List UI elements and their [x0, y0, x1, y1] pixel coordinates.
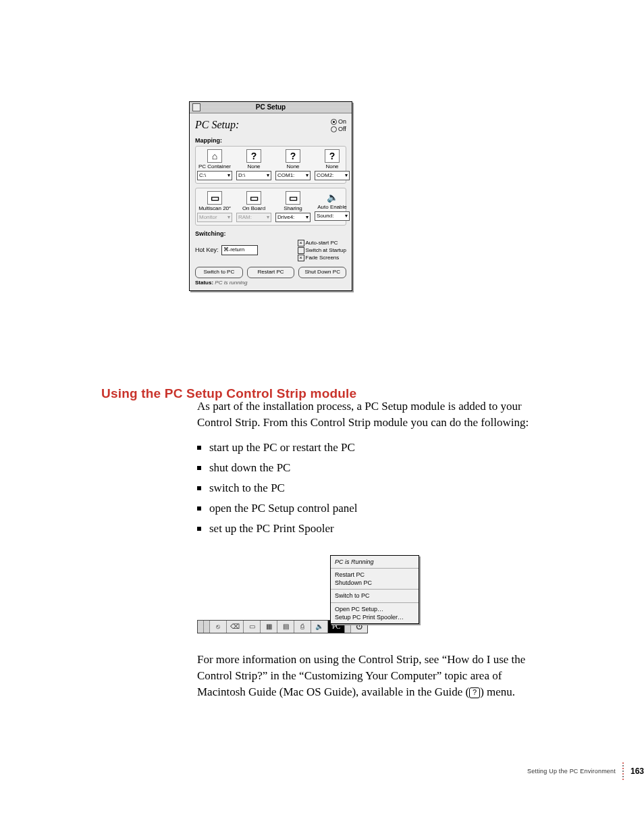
status-label: Status:	[195, 280, 213, 286]
sharing-icon: ▭	[286, 191, 300, 205]
closing-paragraph: For more information on using the Contro…	[197, 652, 541, 700]
dialog-title: PC Setup	[190, 102, 352, 113]
map-label: On Board	[242, 205, 265, 212]
footer-dots-icon	[622, 762, 624, 780]
hotkey-label: Hot Key:	[195, 246, 219, 254]
cs-tab-left[interactable]	[198, 621, 204, 633]
guide-icon: ?	[469, 687, 480, 698]
map-com1: ? None COM1:▾	[275, 149, 311, 180]
switch-to-pc-button[interactable]: Switch to PC	[195, 267, 243, 278]
popup-setup-print-spooler[interactable]: Setup PC Print Spooler…	[335, 613, 414, 621]
control-strip-popup: PC is Running Restart PC Shutdown PC Swi…	[330, 555, 419, 624]
question-icon: ?	[246, 149, 261, 163]
popup-restart-pc[interactable]: Restart PC	[335, 571, 414, 579]
monitor-icon: ▭	[207, 191, 222, 205]
mapping-row-2: ▭ Multiscan 20″ Monitor▾ ▭ On Board RAM:…	[195, 188, 346, 226]
radio-on[interactable]: On	[331, 118, 346, 126]
map-select-sharing[interactable]: Drive4:▾	[275, 213, 311, 222]
mapping-label: Mapping:	[195, 136, 346, 145]
list-item: open the PC Setup control panel	[197, 498, 541, 519]
cs-module[interactable]: ▦	[261, 621, 277, 633]
map-label: Multiscan 20″	[198, 205, 231, 212]
map-select-sound[interactable]: Sound:▾	[315, 211, 350, 221]
map-label: PC Container	[198, 163, 231, 170]
check-autostart[interactable]: ×Auto-start PC	[298, 239, 346, 246]
question-icon: ?	[286, 149, 300, 163]
list-item: set up the PC Print Spooler	[197, 519, 541, 539]
restart-pc-button[interactable]: Restart PC	[247, 267, 295, 278]
status-line: Status: PC is running	[195, 278, 346, 287]
map-select-ram[interactable]: RAM:▾	[236, 213, 271, 222]
cs-module[interactable]: ▤	[277, 621, 294, 633]
list-item: shut down the PC	[197, 458, 541, 478]
list-item: switch to the PC	[197, 478, 541, 498]
cs-module[interactable]: ⎙	[294, 621, 311, 633]
cs-module[interactable]: ▭	[244, 621, 261, 633]
map-com2: ? None COM2:▾	[315, 149, 350, 180]
page-number: 163	[630, 766, 644, 777]
map-label: Sharing	[284, 205, 302, 212]
map-label: None	[286, 163, 299, 170]
map-label: None	[325, 163, 338, 170]
popup-header: PC is Running	[331, 556, 419, 568]
intro-paragraph: As part of the installation process, a P…	[197, 398, 541, 431]
map-ram: ▭ On Board RAM:▾	[236, 191, 271, 222]
pc-container-icon: ⌂	[207, 149, 222, 163]
map-select-c[interactable]: C:\▾	[197, 171, 232, 180]
pc-setup-dialog: PC Setup PC Setup: On Off Mapping: ⌂ PC …	[189, 101, 352, 291]
popup-switch-to-pc[interactable]: Switch to PC	[335, 592, 414, 600]
cs-module[interactable]: 🔈	[311, 621, 328, 633]
cs-tab-left-2[interactable]	[204, 621, 210, 633]
switching-label: Switching:	[195, 230, 346, 238]
question-icon: ?	[325, 149, 340, 163]
map-d: ? None D:\▾	[236, 149, 271, 180]
check-fade-screens[interactable]: ×Fade Screens	[298, 254, 346, 261]
page-footer: Setting Up the PC Environment 163	[0, 762, 644, 780]
status-value: PC is running	[215, 280, 247, 286]
mapping-row-1: ⌂ PC Container C:\▾ ? None D:\▾ ? None C…	[195, 146, 346, 184]
map-select-com1[interactable]: COM1:▾	[275, 171, 311, 180]
map-label: None	[247, 163, 260, 170]
map-select-monitor[interactable]: Monitor▾	[197, 213, 232, 222]
map-monitor: ▭ Multiscan 20″ Monitor▾	[197, 191, 232, 222]
shut-down-pc-button[interactable]: Shut Down PC	[298, 267, 346, 278]
map-label: Auto Enable	[317, 204, 347, 211]
chapter-title: Setting Up the PC Environment	[527, 767, 616, 775]
check-switch-startup[interactable]: Switch at Startup	[298, 246, 346, 254]
ram-icon: ▭	[246, 191, 261, 205]
para2-part-b: ) menu.	[480, 685, 515, 698]
dialog-titlebar: PC Setup	[190, 102, 352, 113]
hotkey-input[interactable]: ⌘-return	[221, 245, 258, 255]
cs-module[interactable]: ⎋	[210, 621, 227, 633]
popup-shutdown-pc[interactable]: Shutdown PC	[335, 579, 414, 587]
map-sharing: ▭ Sharing Drive4:▾	[275, 191, 311, 222]
speaker-icon: 🔈	[325, 191, 339, 203]
map-pc-container: ⌂ PC Container C:\▾	[197, 149, 232, 180]
popup-open-pc-setup[interactable]: Open PC Setup…	[335, 605, 414, 613]
map-select-com2[interactable]: COM2:▾	[315, 171, 350, 180]
feature-list: start up the PC or restart the PC shut d…	[197, 438, 541, 539]
list-item: start up the PC or restart the PC	[197, 438, 541, 458]
map-select-d[interactable]: D:\▾	[236, 171, 271, 180]
dialog-header: PC Setup:	[195, 116, 239, 135]
map-sound: 🔈 Auto Enable Sound:▾	[315, 191, 350, 222]
cs-module[interactable]: ⌫	[227, 621, 244, 633]
radio-off[interactable]: Off	[331, 126, 346, 133]
